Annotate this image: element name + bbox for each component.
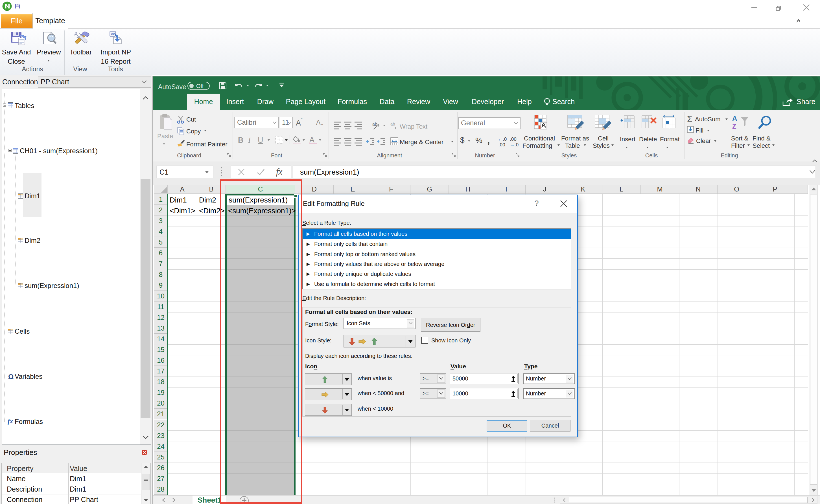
svg-text:ab: ab [390, 122, 395, 126]
svg-text:ab: ab [372, 122, 377, 127]
svg-text:<x: <x [111, 32, 115, 36]
svg-text:Z: Z [732, 122, 737, 130]
svg-text:A: A [732, 115, 737, 122]
